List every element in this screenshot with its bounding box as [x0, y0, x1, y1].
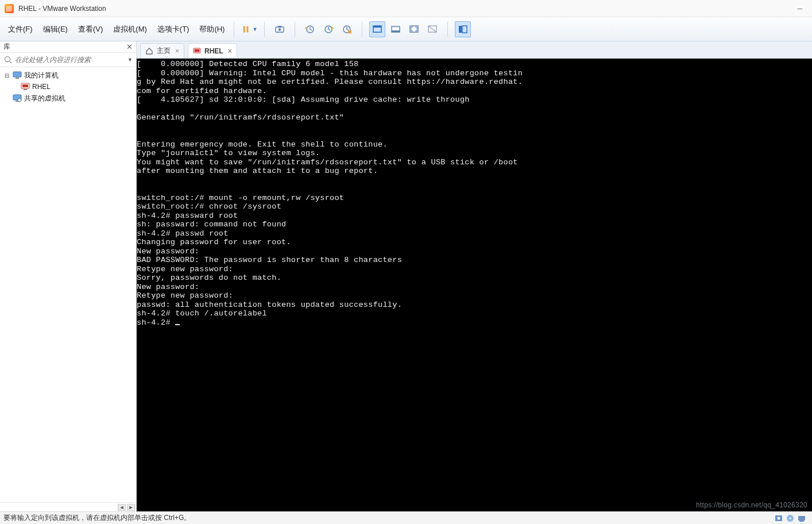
chevron-down-icon: ▼	[253, 26, 258, 32]
svg-point-33	[789, 517, 791, 519]
svg-rect-21	[16, 78, 19, 79]
svg-rect-29	[195, 49, 200, 52]
tree-label: 共享的虚拟机	[24, 94, 65, 103]
library-view-icon	[458, 24, 468, 34]
snapshot-forward-button[interactable]	[320, 21, 337, 37]
menu-tabs[interactable]: 选项卡(T)	[154, 22, 193, 37]
svg-point-31	[778, 517, 780, 519]
svg-line-19	[10, 61, 12, 64]
svg-point-27	[18, 98, 21, 102]
cd-tray-icon[interactable]	[786, 514, 795, 523]
menu-file[interactable]: 文件(F)	[5, 22, 36, 37]
tabstrip: 主页 × RHEL ×	[137, 41, 812, 59]
svg-rect-35	[799, 521, 804, 522]
tree-toggle-icon[interactable]: ⊟	[3, 72, 10, 79]
tab-home[interactable]: 主页 ×	[140, 43, 184, 58]
svg-rect-12	[392, 30, 400, 32]
window-controls: ─	[796, 5, 807, 13]
terminal-console[interactable]: [ 0.000000] Detected CPU family 6 model …	[137, 59, 812, 511]
menubar: 文件(F) 编辑(E) 查看(V) 虚拟机(M) 选项卡(T) 帮助(H) ▼	[0, 17, 812, 41]
toolbar-separator	[295, 22, 295, 37]
computer-icon	[13, 71, 22, 79]
snapshot-back-button[interactable]	[302, 21, 318, 37]
pause-button[interactable]: ▼	[241, 21, 257, 37]
main-area: 库 ✕ ▼ ⊟ 我的计算机 RHEL 共享的虚拟机	[0, 41, 812, 511]
scroll-right-button[interactable]: ►	[127, 504, 135, 511]
snapshot-button[interactable]	[272, 21, 288, 37]
svg-rect-3	[278, 26, 281, 28]
svg-point-4	[279, 28, 281, 30]
content-area: 主页 × RHEL × [ 0.000000] Detected CPU fam…	[137, 41, 812, 511]
sidebar-close-button[interactable]: ✕	[126, 43, 133, 51]
tree-row-my-computer[interactable]: ⊟ 我的计算机	[0, 70, 136, 81]
tab-label: 主页	[157, 46, 171, 56]
sidebar-tree: ⊟ 我的计算机 RHEL 共享的虚拟机	[0, 67, 136, 502]
view-fullscreen-icon	[409, 24, 419, 34]
library-view-button[interactable]	[455, 21, 471, 37]
status-text: 要将输入定向到该虚拟机，请在虚拟机内部单击或按 Ctrl+G。	[3, 513, 774, 523]
search-icon	[3, 55, 13, 64]
titlebar: RHEL - VMware Workstation ─	[0, 0, 812, 17]
scroll-left-button[interactable]: ◄	[118, 504, 126, 511]
svg-rect-16	[459, 26, 462, 33]
svg-point-18	[5, 57, 10, 62]
view-stretch-button[interactable]	[424, 21, 440, 37]
app-icon	[5, 4, 14, 13]
sidebar-header: 库 ✕	[0, 41, 136, 53]
statusbar: 要将输入定向到该虚拟机，请在虚拟机内部单击或按 Ctrl+G。	[0, 511, 812, 524]
menu-vm[interactable]: 虚拟机(M)	[110, 22, 150, 37]
sidebar-search: ▼	[0, 53, 136, 67]
vm-icon	[21, 83, 30, 91]
view-fullscreen-button[interactable]	[406, 21, 422, 37]
tree-row-shared[interactable]: 共享的虚拟机	[0, 93, 136, 104]
pause-icon	[241, 24, 250, 34]
shared-vm-icon	[13, 94, 22, 102]
sidebar-scrollbar: ◄ ►	[0, 502, 136, 511]
svg-rect-24	[24, 89, 27, 90]
svg-rect-8	[348, 30, 351, 33]
clock-forward-icon	[323, 24, 334, 34]
svg-line-15	[429, 26, 436, 32]
svg-rect-1	[247, 26, 249, 32]
snapshot-icon	[274, 24, 285, 34]
tree-label: RHEL	[32, 83, 51, 91]
view-unity-button[interactable]	[388, 21, 404, 37]
menu-help[interactable]: 帮助(H)	[196, 22, 228, 37]
tree-label: 我的计算机	[24, 71, 59, 80]
toolbar-separator	[264, 22, 265, 37]
toolbar-separator	[447, 22, 448, 37]
search-dropdown-button[interactable]: ▼	[127, 57, 133, 63]
view-unity-icon	[390, 24, 401, 34]
svg-rect-17	[462, 26, 467, 33]
tree-row-rhel[interactable]: RHEL	[0, 81, 136, 93]
svg-rect-0	[243, 26, 245, 32]
view-console-icon	[372, 24, 382, 34]
disk-tray-icon[interactable]	[774, 514, 783, 523]
svg-rect-23	[22, 84, 28, 87]
menu-edit[interactable]: 编辑(E)	[40, 22, 71, 37]
sidebar: 库 ✕ ▼ ⊟ 我的计算机 RHEL 共享的虚拟机	[0, 41, 137, 511]
menu-items: 文件(F) 编辑(E) 查看(V) 虚拟机(M) 选项卡(T) 帮助(H)	[5, 22, 228, 37]
svg-rect-20	[13, 72, 21, 77]
menu-view[interactable]: 查看(V)	[75, 22, 106, 37]
clock-manage-icon	[342, 24, 352, 34]
clock-back-icon	[305, 24, 315, 34]
vm-tab-icon	[193, 47, 201, 55]
tray-icons	[774, 514, 809, 523]
view-stretch-icon	[427, 24, 438, 34]
window-title: RHEL - VMware Workstation	[18, 5, 796, 13]
tab-close-button[interactable]: ×	[175, 47, 179, 55]
search-input[interactable]	[15, 56, 125, 64]
minimize-button[interactable]: ─	[796, 5, 804, 13]
network-tray-icon[interactable]	[797, 514, 806, 523]
tab-label: RHEL	[204, 47, 223, 55]
toolbar-separator	[362, 22, 362, 37]
svg-rect-34	[798, 516, 805, 521]
tab-close-button[interactable]: ×	[228, 47, 232, 55]
home-icon	[145, 47, 153, 55]
svg-rect-10	[373, 26, 381, 28]
snapshot-manage-button[interactable]	[339, 21, 355, 37]
tab-rhel[interactable]: RHEL ×	[188, 43, 237, 58]
view-console-button[interactable]	[369, 21, 385, 37]
sidebar-title: 库	[3, 42, 10, 52]
